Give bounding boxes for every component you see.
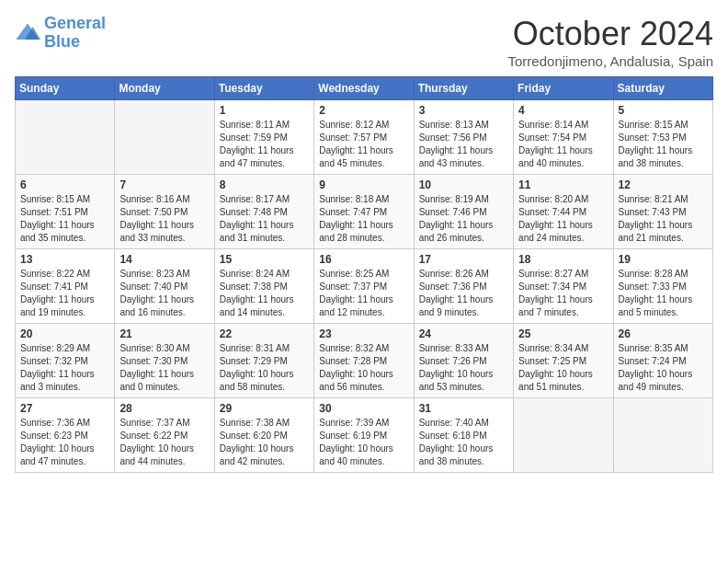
logo: General Blue: [15, 15, 106, 52]
day-number: 24: [419, 327, 508, 340]
calendar-cell: 12Sunrise: 8:21 AMSunset: 7:43 PMDayligh…: [613, 175, 712, 249]
calendar-cell: 13Sunrise: 8:22 AMSunset: 7:41 PMDayligh…: [16, 249, 115, 324]
calendar-week-row: 1Sunrise: 8:11 AMSunset: 7:59 PMDaylight…: [16, 100, 713, 175]
day-info: Sunrise: 8:16 AMSunset: 7:50 PMDaylight:…: [119, 193, 209, 245]
day-info: Sunrise: 8:25 AMSunset: 7:37 PMDaylight:…: [319, 268, 408, 319]
calendar-cell: 26Sunrise: 8:35 AMSunset: 7:24 PMDayligh…: [613, 324, 712, 398]
calendar-cell: 30Sunrise: 7:39 AMSunset: 6:19 PMDayligh…: [314, 398, 414, 473]
calendar-week-row: 13Sunrise: 8:22 AMSunset: 7:41 PMDayligh…: [16, 249, 713, 324]
day-info: Sunrise: 8:28 AMSunset: 7:33 PMDaylight:…: [619, 268, 708, 319]
calendar-cell: 25Sunrise: 8:34 AMSunset: 7:25 PMDayligh…: [514, 324, 613, 398]
calendar-cell: 6Sunrise: 8:15 AMSunset: 7:51 PMDaylight…: [16, 175, 115, 249]
weekday-header: Thursday: [414, 77, 513, 100]
day-info: Sunrise: 8:30 AMSunset: 7:30 PMDaylight:…: [119, 342, 209, 394]
calendar-cell: 7Sunrise: 8:16 AMSunset: 7:50 PMDaylight…: [115, 175, 214, 249]
day-number: 29: [220, 402, 309, 415]
day-info: Sunrise: 7:39 AMSunset: 6:19 PMDaylight:…: [319, 417, 408, 468]
calendar-cell: 29Sunrise: 7:38 AMSunset: 6:20 PMDayligh…: [214, 398, 313, 473]
day-number: 13: [20, 253, 109, 266]
calendar-cell: [16, 100, 115, 175]
calendar-cell: [613, 398, 712, 473]
day-info: Sunrise: 8:33 AMSunset: 7:26 PMDaylight:…: [419, 342, 508, 394]
day-number: 14: [119, 253, 209, 266]
day-info: Sunrise: 8:31 AMSunset: 7:29 PMDaylight:…: [220, 342, 309, 394]
calendar-cell: 18Sunrise: 8:27 AMSunset: 7:34 PMDayligh…: [514, 249, 613, 324]
day-number: 2: [319, 104, 408, 117]
day-number: 21: [119, 327, 209, 340]
calendar-cell: 20Sunrise: 8:29 AMSunset: 7:32 PMDayligh…: [16, 324, 115, 398]
weekday-header: Sunday: [16, 77, 115, 100]
day-number: 9: [319, 178, 408, 191]
calendar-cell: 2Sunrise: 8:12 AMSunset: 7:57 PMDaylight…: [314, 100, 414, 175]
day-number: 22: [220, 327, 309, 340]
calendar-week-row: 27Sunrise: 7:36 AMSunset: 6:23 PMDayligh…: [16, 398, 713, 473]
day-info: Sunrise: 8:12 AMSunset: 7:57 PMDaylight:…: [319, 119, 408, 170]
calendar-cell: 21Sunrise: 8:30 AMSunset: 7:30 PMDayligh…: [115, 324, 214, 398]
day-number: 5: [619, 104, 708, 117]
weekday-header-row: SundayMondayTuesdayWednesdayThursdayFrid…: [16, 77, 713, 100]
day-number: 30: [319, 402, 408, 415]
day-info: Sunrise: 7:38 AMSunset: 6:20 PMDaylight:…: [220, 417, 309, 468]
calendar-cell: 1Sunrise: 8:11 AMSunset: 7:59 PMDaylight…: [214, 100, 313, 175]
day-info: Sunrise: 8:15 AMSunset: 7:51 PMDaylight:…: [20, 193, 109, 245]
calendar-cell: 14Sunrise: 8:23 AMSunset: 7:40 PMDayligh…: [115, 249, 214, 324]
logo-blue: Blue: [44, 32, 80, 51]
day-number: 19: [619, 253, 708, 266]
calendar-cell: 23Sunrise: 8:32 AMSunset: 7:28 PMDayligh…: [314, 324, 414, 398]
title-block: October 2024 Torredonjimeno, Andalusia, …: [508, 15, 713, 69]
calendar-cell: [514, 398, 613, 473]
calendar-cell: 15Sunrise: 8:24 AMSunset: 7:38 PMDayligh…: [214, 249, 313, 324]
day-info: Sunrise: 8:14 AMSunset: 7:54 PMDaylight:…: [518, 119, 608, 170]
calendar-cell: 10Sunrise: 8:19 AMSunset: 7:46 PMDayligh…: [414, 175, 513, 249]
calendar-cell: [115, 100, 214, 175]
day-info: Sunrise: 7:40 AMSunset: 6:18 PMDaylight:…: [419, 417, 508, 468]
weekday-header: Saturday: [613, 77, 712, 100]
calendar-cell: 5Sunrise: 8:15 AMSunset: 7:53 PMDaylight…: [613, 100, 712, 175]
day-info: Sunrise: 8:35 AMSunset: 7:24 PMDaylight:…: [619, 342, 708, 394]
day-number: 18: [518, 253, 608, 266]
day-info: Sunrise: 8:19 AMSunset: 7:46 PMDaylight:…: [419, 193, 508, 245]
day-number: 8: [220, 178, 309, 191]
day-number: 23: [319, 327, 408, 340]
calendar-cell: 8Sunrise: 8:17 AMSunset: 7:48 PMDaylight…: [214, 175, 313, 249]
calendar-table: SundayMondayTuesdayWednesdayThursdayFrid…: [15, 76, 713, 473]
weekday-header: Friday: [514, 77, 613, 100]
calendar-cell: 16Sunrise: 8:25 AMSunset: 7:37 PMDayligh…: [314, 249, 414, 324]
location-subtitle: Torredonjimeno, Andalusia, Spain: [508, 53, 713, 69]
day-number: 17: [419, 253, 508, 266]
day-number: 16: [319, 253, 408, 266]
calendar-cell: 19Sunrise: 8:28 AMSunset: 7:33 PMDayligh…: [613, 249, 712, 324]
day-info: Sunrise: 8:29 AMSunset: 7:32 PMDaylight:…: [20, 342, 109, 394]
day-number: 1: [220, 104, 309, 117]
logo-general: General: [44, 14, 106, 32]
day-number: 15: [220, 253, 309, 266]
day-info: Sunrise: 8:22 AMSunset: 7:41 PMDaylight:…: [20, 268, 109, 319]
day-info: Sunrise: 8:18 AMSunset: 7:47 PMDaylight:…: [319, 193, 408, 245]
calendar-cell: 22Sunrise: 8:31 AMSunset: 7:29 PMDayligh…: [214, 324, 313, 398]
day-info: Sunrise: 8:27 AMSunset: 7:34 PMDaylight:…: [518, 268, 608, 319]
calendar-cell: 27Sunrise: 7:36 AMSunset: 6:23 PMDayligh…: [16, 398, 115, 473]
calendar-cell: 11Sunrise: 8:20 AMSunset: 7:44 PMDayligh…: [514, 175, 613, 249]
calendar-week-row: 20Sunrise: 8:29 AMSunset: 7:32 PMDayligh…: [16, 324, 713, 398]
day-number: 20: [20, 327, 109, 340]
weekday-header: Monday: [115, 77, 214, 100]
day-info: Sunrise: 8:32 AMSunset: 7:28 PMDaylight:…: [319, 342, 408, 394]
day-number: 3: [419, 104, 508, 117]
day-info: Sunrise: 8:24 AMSunset: 7:38 PMDaylight:…: [220, 268, 309, 319]
month-title: October 2024: [508, 15, 713, 53]
day-number: 31: [419, 402, 508, 415]
page-header: General Blue October 2024 Torredonjimeno…: [15, 15, 713, 69]
day-info: Sunrise: 7:36 AMSunset: 6:23 PMDaylight:…: [20, 417, 109, 468]
calendar-cell: 9Sunrise: 8:18 AMSunset: 7:47 PMDaylight…: [314, 175, 414, 249]
day-info: Sunrise: 8:34 AMSunset: 7:25 PMDaylight:…: [518, 342, 608, 394]
weekday-header: Tuesday: [214, 77, 313, 100]
calendar-cell: 17Sunrise: 8:26 AMSunset: 7:36 PMDayligh…: [414, 249, 513, 324]
day-number: 25: [518, 327, 608, 340]
day-number: 6: [20, 178, 109, 191]
calendar-week-row: 6Sunrise: 8:15 AMSunset: 7:51 PMDaylight…: [16, 175, 713, 249]
day-info: Sunrise: 8:17 AMSunset: 7:48 PMDaylight:…: [220, 193, 309, 245]
day-number: 11: [518, 178, 608, 191]
day-number: 10: [419, 178, 508, 191]
day-number: 4: [518, 104, 608, 117]
day-info: Sunrise: 8:15 AMSunset: 7:53 PMDaylight:…: [619, 119, 708, 170]
